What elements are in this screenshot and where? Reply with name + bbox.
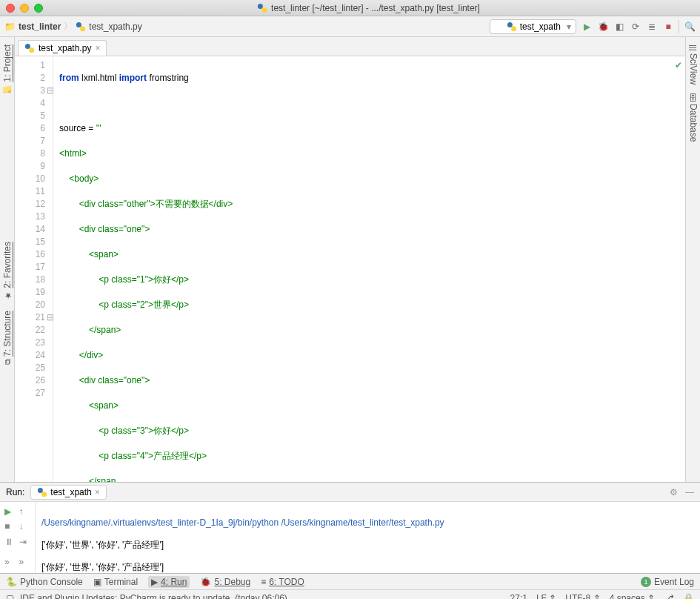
- status-bar: ▢ IDE and Plugin Updates: PyCharm is rea…: [0, 589, 700, 599]
- favorites-tool-tab[interactable]: ★ 2: Favorites: [1, 237, 14, 305]
- debug-button[interactable]: 🐞: [597, 21, 609, 33]
- todo-tool-button[interactable]: ≡ 6: TODO: [261, 576, 304, 588]
- inspection-ok-icon: ✔: [675, 59, 682, 72]
- svg-point-8: [38, 487, 43, 492]
- event-log-button[interactable]: 1 Event Log: [641, 577, 694, 587]
- python-icon: [76, 21, 86, 32]
- code-content[interactable]: from lxml.html import fromstring source …: [53, 56, 685, 482]
- status-message: IDE and Plugin Updates: PyCharm is ready…: [20, 593, 287, 600]
- close-tab-icon[interactable]: ×: [95, 43, 100, 53]
- bottom-tool-bar: 🐍 Python Console ▣ Terminal ▶ 4: Run 🐞 5…: [0, 573, 700, 589]
- run-side-controls: ▶ ↑ ■ ↓ ⏸ ⇥ » »: [0, 502, 36, 573]
- svg-point-9: [41, 492, 47, 497]
- rerun-button[interactable]: ▶: [4, 506, 16, 518]
- window-titlebar: test_linter [~/test_linter] - .../test_x…: [0, 0, 700, 16]
- fold-end-icon[interactable]: ⊟: [47, 311, 54, 324]
- svg-point-6: [25, 44, 30, 49]
- breadcrumb-project[interactable]: test_linter: [19, 21, 61, 32]
- run-button[interactable]: ▶: [581, 21, 593, 33]
- editor[interactable]: ✔ 12345678910111213141516171819202122232…: [15, 56, 685, 482]
- terminal-button[interactable]: ▣ Terminal: [93, 576, 138, 588]
- python-icon: [257, 3, 267, 13]
- structure-tool-tab[interactable]: ⧉ 7: Structure: [1, 306, 14, 369]
- search-everywhere-button[interactable]: 🔍: [684, 21, 696, 33]
- svg-point-4: [507, 21, 513, 27]
- run-config-selector[interactable]: test_xpath ▾: [490, 19, 576, 34]
- svg-point-0: [258, 3, 263, 8]
- project-tool-tab[interactable]: 📁 1: Project: [1, 40, 14, 100]
- editor-tab-active[interactable]: test_xpath.py ×: [18, 40, 107, 56]
- fold-start-icon[interactable]: ⊟: [47, 85, 54, 97]
- stop-button[interactable]: ■: [662, 21, 674, 33]
- profile-button[interactable]: ⟳: [630, 21, 641, 33]
- svg-point-7: [29, 47, 34, 53]
- python-icon: [37, 487, 47, 497]
- close-window-button[interactable]: [6, 4, 15, 13]
- gutter[interactable]: 1234567891011121314151617181920212223242…: [15, 56, 53, 482]
- more-button[interactable]: »: [19, 557, 31, 569]
- run-tool-window: Run: test_xpath × ⚙ — ▶ ↑ ■ ↓ ⏸ ⇥ » » /U…: [0, 482, 700, 573]
- minimize-window-button[interactable]: [20, 4, 29, 13]
- chevron-down-icon: ▾: [567, 21, 571, 32]
- run-tab[interactable]: test_xpath ×: [30, 485, 106, 500]
- editor-area: test_xpath.py × ✔ 1234567891011121314151…: [15, 37, 685, 482]
- database-tool-tab[interactable]: 🗄 Database: [687, 89, 700, 146]
- down-button[interactable]: ↓: [19, 521, 31, 533]
- run-tool-header: Run: test_xpath × ⚙ —: [0, 483, 700, 502]
- run-tool-button[interactable]: ▶ 4: Run: [148, 576, 190, 588]
- right-tool-strip: ||| SciView 🗄 Database: [685, 37, 700, 482]
- pause-button[interactable]: ⏸: [4, 537, 16, 549]
- caret-position[interactable]: 27:1: [510, 593, 527, 600]
- svg-point-1: [261, 7, 267, 13]
- up-button[interactable]: ↑: [19, 506, 31, 518]
- breadcrumb-file[interactable]: test_xpath.py: [89, 21, 141, 32]
- python-icon: [507, 21, 517, 32]
- quick-list-icon[interactable]: ▢: [6, 593, 14, 600]
- line-ending[interactable]: LF ⇕: [536, 593, 556, 600]
- zoom-window-button[interactable]: [34, 4, 43, 13]
- debug-tool-button[interactable]: 🐞 5: Debug: [200, 576, 250, 588]
- window-controls: [6, 4, 43, 13]
- encoding[interactable]: UTF-8 ⇕: [565, 593, 600, 600]
- stop-button[interactable]: ■: [4, 521, 16, 533]
- editor-tabs: test_xpath.py ×: [15, 37, 685, 56]
- left-tool-strip: 📁 1: Project ★ 2: Favorites ⧉ 7: Structu…: [0, 37, 15, 482]
- soft-wrap-button[interactable]: ⇥: [19, 537, 31, 549]
- breadcrumb-separator: 〉: [64, 20, 73, 33]
- lock-icon[interactable]: 🔒: [683, 593, 694, 600]
- coverage-button[interactable]: ◧: [613, 21, 625, 33]
- python-icon: [24, 43, 35, 53]
- svg-point-2: [76, 21, 81, 27]
- svg-point-3: [80, 26, 85, 31]
- hide-panel-icon[interactable]: —: [685, 487, 694, 497]
- main-area: 📁 1: Project ★ 2: Favorites ⧉ 7: Structu…: [0, 37, 700, 482]
- event-badge: 1: [641, 577, 651, 587]
- settings-icon[interactable]: ⚙: [670, 487, 678, 497]
- breadcrumb[interactable]: 📁 test_linter 〉 test_xpath.py: [4, 20, 142, 33]
- run-output[interactable]: /Users/kingname/.virtualenvs/test_linter…: [36, 502, 700, 573]
- git-branch[interactable]: ⎇: [664, 593, 674, 600]
- expand-button[interactable]: »: [4, 557, 16, 569]
- close-run-tab-icon[interactable]: ×: [95, 487, 100, 497]
- run-label: Run:: [6, 487, 24, 497]
- svg-point-5: [511, 26, 516, 31]
- folder-icon: 📁: [4, 21, 16, 32]
- sciview-tool-tab[interactable]: ||| SciView: [687, 40, 700, 89]
- main-toolbar: 📁 test_linter 〉 test_xpath.py test_xpath…: [0, 16, 700, 37]
- concurrency-button[interactable]: ≣: [646, 21, 658, 33]
- python-console-button[interactable]: 🐍 Python Console: [6, 576, 83, 588]
- window-title: test_linter [~/test_linter] - .../test_x…: [43, 3, 694, 13]
- indent[interactable]: 4 spaces ⇕: [610, 593, 655, 600]
